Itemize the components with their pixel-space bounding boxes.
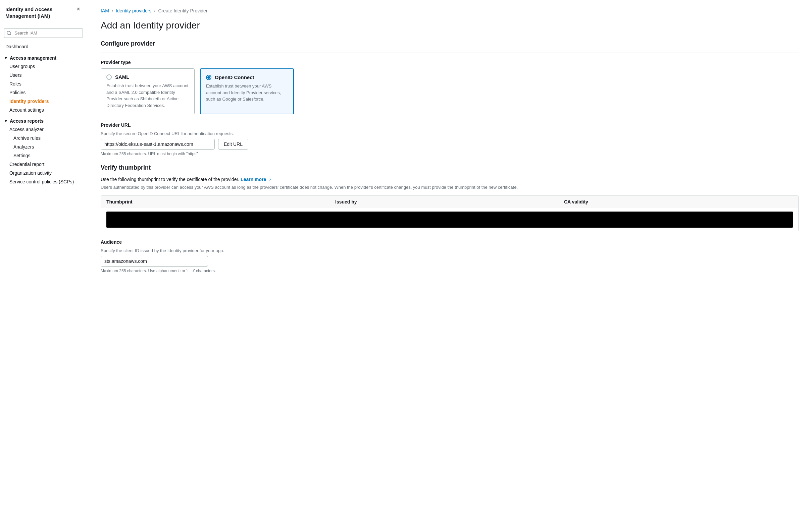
radio-dot bbox=[207, 76, 210, 79]
nav-section-access-reports: ▼ Access reports Access analyzer Archive… bbox=[0, 116, 87, 186]
sidebar-nav: Dashboard ▼ Access management User group… bbox=[0, 40, 87, 187]
svg-point-0 bbox=[7, 31, 11, 35]
verify-thumbprint-section: Verify thumbprint Use the following thum… bbox=[101, 164, 799, 231]
main-content: IAM › Identity providers › Create Identi… bbox=[87, 0, 812, 523]
sidebar-item-credential-report[interactable]: Credential report bbox=[0, 160, 87, 169]
configure-provider-section: Configure provider Provider type SAML Es… bbox=[101, 40, 799, 273]
thumbprint-table-header: Thumbprint Issued by CA validity bbox=[101, 196, 798, 208]
audience-hint: Maximum 255 characters. Use alphanumeric… bbox=[101, 269, 799, 273]
sidebar-item-organization-activity[interactable]: Organization activity bbox=[0, 169, 87, 177]
chevron-down-icon: ▼ bbox=[4, 56, 8, 60]
thumbprint-intro: Use the following thumbprint to verify t… bbox=[101, 177, 799, 182]
provider-card-openid-title: OpenID Connect bbox=[215, 74, 254, 80]
sidebar-item-identity-providers[interactable]: Identity providers bbox=[0, 97, 87, 106]
provider-type-section: Provider type SAML Establish trust betwe… bbox=[101, 60, 799, 114]
page-title: Add an Identity provider bbox=[101, 20, 799, 31]
sidebar-item-access-analyzer[interactable]: Access analyzer bbox=[0, 125, 87, 134]
thumbprint-row bbox=[106, 208, 793, 231]
provider-url-input[interactable] bbox=[101, 139, 215, 149]
external-link-icon: ↗ bbox=[268, 177, 272, 182]
provider-url-section: Provider URL Specify the secure OpenID C… bbox=[101, 122, 799, 156]
col-header-thumbprint: Thumbprint bbox=[106, 199, 335, 204]
section-label-access-management: Access management bbox=[10, 55, 56, 61]
search-wrapper bbox=[4, 28, 83, 38]
sidebar-item-account-settings[interactable]: Account settings bbox=[0, 106, 87, 114]
provider-card-saml-title: SAML bbox=[115, 74, 129, 80]
search-icon bbox=[7, 31, 12, 36]
configure-provider-title: Configure provider bbox=[101, 40, 799, 47]
thumbprint-value bbox=[106, 212, 793, 228]
sidebar-item-service-control-policies[interactable]: Service control policies (SCPs) bbox=[0, 177, 87, 186]
search-input[interactable] bbox=[4, 28, 83, 38]
breadcrumb-sep-1: › bbox=[112, 8, 113, 13]
breadcrumb-identity-providers[interactable]: Identity providers bbox=[116, 8, 152, 13]
thumbprint-note: Users authenticated by this provider can… bbox=[101, 184, 799, 191]
provider-type-label: Provider type bbox=[101, 60, 799, 65]
sidebar-item-analyzers[interactable]: Analyzers bbox=[0, 143, 87, 151]
thumbprint-table-body bbox=[101, 208, 798, 231]
section-divider bbox=[101, 53, 799, 53]
sidebar-item-roles[interactable]: Roles bbox=[0, 79, 87, 88]
provider-card-openid-header: OpenID Connect bbox=[206, 74, 288, 80]
audience-desc: Specify the client ID issued by the Iden… bbox=[101, 248, 799, 253]
provider-url-input-row: Edit URL bbox=[101, 139, 799, 149]
sidebar-item-policies[interactable]: Policies bbox=[0, 88, 87, 97]
sidebar-item-users[interactable]: Users bbox=[0, 71, 87, 79]
breadcrumb: IAM › Identity providers › Create Identi… bbox=[101, 8, 799, 13]
search-container bbox=[0, 24, 87, 40]
sidebar: Identity and AccessManagement (IAM) × Da… bbox=[0, 0, 87, 523]
audience-input[interactable] bbox=[101, 256, 208, 267]
provider-card-saml[interactable]: SAML Establish trust between your AWS ac… bbox=[101, 68, 195, 114]
provider-url-label: Provider URL bbox=[101, 122, 799, 128]
thumbprint-table: Thumbprint Issued by CA validity bbox=[101, 196, 799, 231]
sidebar-item-archive-rules[interactable]: Archive rules bbox=[0, 134, 87, 143]
svg-line-1 bbox=[10, 34, 11, 35]
chevron-down-icon-2: ▼ bbox=[4, 119, 8, 123]
audience-section: Audience Specify the client ID issued by… bbox=[101, 239, 799, 273]
close-icon[interactable]: × bbox=[75, 6, 82, 12]
radio-saml[interactable] bbox=[106, 74, 112, 80]
breadcrumb-iam[interactable]: IAM bbox=[101, 8, 109, 13]
col-header-ca-validity: CA validity bbox=[564, 199, 793, 204]
section-header-access-management[interactable]: ▼ Access management bbox=[0, 53, 87, 62]
section-header-access-reports[interactable]: ▼ Access reports bbox=[0, 116, 87, 125]
nav-section-access-management: ▼ Access management User groups Users Ro… bbox=[0, 53, 87, 114]
radio-openid[interactable] bbox=[206, 75, 211, 80]
section-label-access-reports: Access reports bbox=[10, 118, 44, 124]
edit-url-button[interactable]: Edit URL bbox=[218, 139, 248, 149]
provider-card-openid-desc: Establish trust between your AWS account… bbox=[206, 83, 288, 103]
sidebar-item-user-groups[interactable]: User groups bbox=[0, 62, 87, 71]
provider-card-openid[interactable]: OpenID Connect Establish trust between y… bbox=[200, 68, 294, 114]
sidebar-item-settings[interactable]: Settings bbox=[0, 151, 87, 160]
provider-card-saml-header: SAML bbox=[106, 74, 189, 80]
breadcrumb-sep-2: › bbox=[154, 8, 156, 13]
learn-more-link[interactable]: Learn more bbox=[241, 177, 266, 182]
thumbprint-intro-text: Use the following thumbprint to verify t… bbox=[101, 177, 239, 182]
audience-label: Audience bbox=[101, 239, 799, 245]
sidebar-item-dashboard[interactable]: Dashboard bbox=[0, 42, 87, 51]
breadcrumb-create: Create Identity Provider bbox=[158, 8, 208, 13]
verify-thumbprint-title: Verify thumbprint bbox=[101, 164, 799, 171]
provider-url-desc: Specify the secure OpenID Connect URL fo… bbox=[101, 131, 799, 136]
provider-type-row: SAML Establish trust between your AWS ac… bbox=[101, 68, 799, 114]
provider-card-saml-desc: Establish trust between your AWS account… bbox=[106, 83, 189, 109]
sidebar-header: Identity and AccessManagement (IAM) × bbox=[0, 0, 87, 24]
provider-url-hint: Maximum 255 characters. URL must begin w… bbox=[101, 151, 799, 156]
col-header-issued-by: Issued by bbox=[335, 199, 564, 204]
sidebar-title: Identity and AccessManagement (IAM) bbox=[5, 6, 52, 19]
